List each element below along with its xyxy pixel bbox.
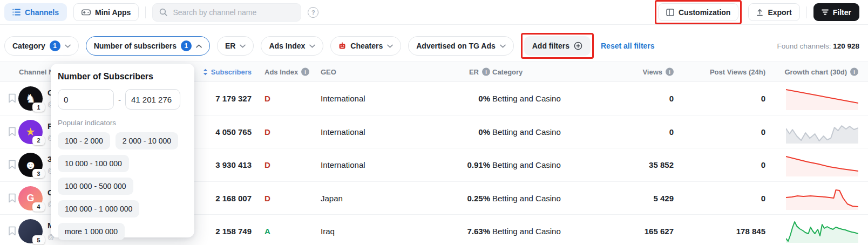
subscribers-value: 2 168 007 bbox=[187, 193, 252, 202]
rank-badge: 2 bbox=[32, 136, 45, 145]
customization-annotation-box: Customization bbox=[655, 0, 742, 24]
filter-chip-category-label: Category bbox=[12, 42, 45, 50]
indicator-chip[interactable]: 100 - 2 000 bbox=[58, 132, 110, 149]
avatar[interactable]: 5 bbox=[18, 219, 43, 243]
filter-chip-subscribers[interactable]: Number of subscribers 1 bbox=[86, 36, 210, 56]
geo-value: Japan bbox=[321, 193, 343, 202]
filter-lines-icon bbox=[822, 9, 829, 15]
header-ads-index-label: Ads Index bbox=[265, 68, 298, 76]
reset-all-filters-link[interactable]: Reset all filters bbox=[601, 42, 655, 50]
tab-mini-apps[interactable]: Mini Apps bbox=[73, 3, 139, 21]
bookmark-icon[interactable] bbox=[8, 226, 16, 236]
filter-chip-ads-index[interactable]: Ads Index bbox=[261, 36, 323, 56]
header-er-label: ER bbox=[469, 68, 479, 76]
add-filters-button[interactable]: Add filters bbox=[524, 36, 591, 56]
filter-chip-tg-ads-label: Advertised on TG Ads bbox=[416, 42, 496, 50]
max-subscribers-input[interactable] bbox=[125, 89, 180, 110]
subscribers-value: 7 179 327 bbox=[187, 94, 252, 103]
post-views-value: 0 bbox=[695, 160, 765, 169]
found-channels-count: Found channels: 120 928 bbox=[777, 42, 859, 50]
geo-value: International bbox=[321, 160, 365, 169]
subscribers-filter-panel: Number of Subscribers - Popular indicato… bbox=[51, 64, 194, 237]
filter-chip-tg-ads[interactable]: Advertised on TG Ads bbox=[408, 36, 514, 56]
gamepad-icon bbox=[82, 9, 91, 16]
bookmark-icon[interactable] bbox=[8, 160, 16, 169]
post-views-value: 0 bbox=[695, 127, 765, 136]
filter-chip-er[interactable]: ER bbox=[217, 36, 254, 56]
filter-chip-cheaters[interactable]: Cheaters bbox=[330, 36, 401, 56]
tab-channels-label: Channels bbox=[25, 8, 59, 17]
rank-badge: 4 bbox=[32, 202, 45, 212]
info-icon[interactable]: i bbox=[482, 68, 490, 76]
er-value: 0% bbox=[425, 127, 490, 136]
indicator-chip[interactable]: 10 000 - 100 000 bbox=[58, 155, 129, 172]
indicator-chip[interactable]: 2 000 - 10 000 bbox=[116, 132, 178, 149]
filter-chip-ads-index-label: Ads Index bbox=[269, 42, 305, 50]
cheater-bot-icon bbox=[338, 42, 346, 50]
tab-channels[interactable]: Channels bbox=[4, 3, 67, 21]
er-value: 0.25% bbox=[425, 193, 490, 202]
filter-chip-subscribers-label: Number of subscribers bbox=[94, 42, 177, 50]
chevron-down-icon bbox=[65, 44, 71, 48]
category-value: Betting and Casino bbox=[492, 94, 561, 103]
plus-circle-icon bbox=[574, 42, 582, 50]
subscribers-count-badge: 1 bbox=[181, 40, 192, 51]
er-value: 0.91% bbox=[425, 160, 490, 169]
found-channels-label: Found channels: bbox=[777, 42, 831, 50]
geo-value: Iraq bbox=[321, 227, 335, 236]
indicator-chip[interactable]: 100 000 - 500 000 bbox=[58, 178, 133, 195]
indicator-chip[interactable]: 100 000 - 1 000 000 bbox=[58, 200, 139, 217]
avatar[interactable]: G 4 bbox=[18, 186, 43, 210]
views-value: 0 bbox=[609, 94, 674, 103]
avatar[interactable]: ★ 2 bbox=[18, 120, 43, 144]
filter-button[interactable]: Filter bbox=[813, 3, 859, 21]
export-button[interactable]: Export bbox=[748, 3, 799, 21]
header-ads-index: Ads Index i bbox=[265, 68, 309, 76]
panel-title: Number of Subscribers bbox=[58, 72, 187, 81]
growth-sparkline bbox=[786, 86, 858, 110]
search-icon bbox=[159, 8, 167, 16]
filter-chip-category[interactable]: Category 1 bbox=[4, 36, 79, 56]
customization-button[interactable]: Customization bbox=[658, 3, 738, 21]
avatar[interactable]: ♞ 1 bbox=[18, 86, 43, 111]
category-value: Betting and Casino bbox=[492, 227, 561, 236]
export-arrow-icon bbox=[756, 9, 763, 16]
channels-list-icon bbox=[12, 9, 21, 16]
post-views-value: 0 bbox=[695, 94, 765, 103]
help-icon[interactable]: ? bbox=[308, 7, 318, 18]
top-toolbar: Channels Mini Apps ? bbox=[0, 0, 868, 25]
layout-columns-icon bbox=[666, 9, 674, 16]
ads-index-value: D bbox=[265, 94, 270, 103]
info-icon[interactable]: i bbox=[666, 68, 674, 76]
views-value: 165 627 bbox=[609, 227, 674, 236]
indicator-chip[interactable]: more 1 000 000 bbox=[58, 223, 125, 240]
header-subscribers-label: Subscribers bbox=[211, 68, 252, 76]
sort-icon[interactable] bbox=[203, 69, 208, 75]
bookmark-icon[interactable] bbox=[8, 127, 16, 137]
filter-bar: Category 1 Number of subscribers 1 ER Ad… bbox=[4, 33, 859, 58]
geo-value: International bbox=[321, 94, 365, 103]
post-views-value: 178 845 bbox=[695, 227, 765, 236]
header-growth-chart: Growth chart (30d) i bbox=[750, 68, 858, 76]
min-subscribers-input[interactable] bbox=[58, 89, 114, 110]
bookmark-icon[interactable] bbox=[8, 193, 16, 203]
ads-index-value: D bbox=[265, 127, 270, 136]
geo-value: International bbox=[321, 127, 365, 136]
header-growth-chart-label: Growth chart (30d) bbox=[784, 68, 847, 76]
growth-sparkline bbox=[786, 120, 858, 144]
info-icon[interactable]: i bbox=[850, 68, 858, 76]
views-value: 35 852 bbox=[609, 160, 674, 169]
search-input[interactable] bbox=[172, 8, 294, 17]
chevron-down-icon bbox=[240, 44, 246, 48]
chevron-up-icon bbox=[196, 44, 202, 48]
info-icon[interactable]: i bbox=[301, 68, 309, 76]
avatar[interactable]: ☻ 3 bbox=[18, 153, 43, 177]
views-value: 0 bbox=[609, 127, 674, 136]
chevron-down-icon bbox=[309, 44, 315, 48]
popular-indicator-chips: 100 - 2 000 2 000 - 10 000 10 000 - 100 … bbox=[58, 132, 187, 240]
category-value: Betting and Casino bbox=[492, 193, 561, 202]
chevron-down-icon bbox=[387, 44, 393, 48]
rank-badge: 1 bbox=[32, 103, 45, 112]
bookmark-icon[interactable] bbox=[8, 93, 16, 103]
avatar-glyph: G bbox=[26, 193, 34, 204]
